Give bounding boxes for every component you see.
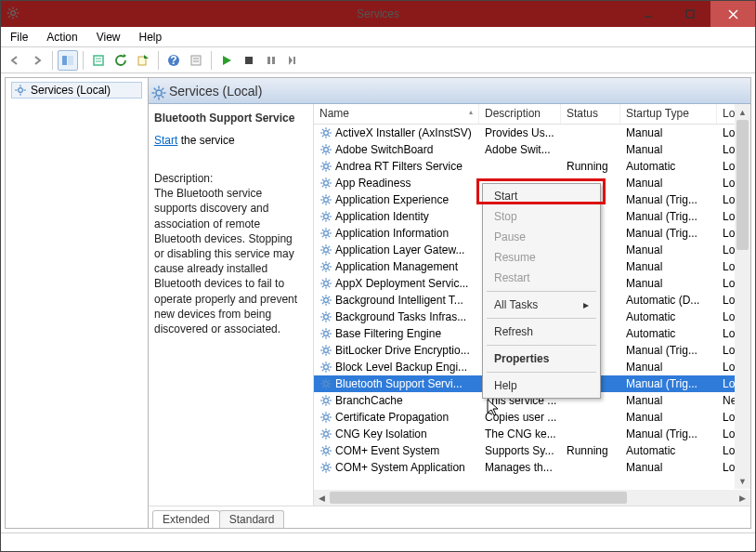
col-status[interactable]: Status: [561, 104, 620, 124]
maximize-button[interactable]: [669, 1, 710, 27]
start-link[interactable]: Start: [154, 134, 177, 147]
menu-action[interactable]: Action: [37, 28, 86, 46]
tab-extended[interactable]: Extended: [152, 510, 220, 528]
svg-point-42: [324, 131, 329, 136]
show-hide-tree-icon[interactable]: [58, 50, 78, 71]
titlebar[interactable]: Services: [1, 1, 755, 27]
svg-line-68: [328, 163, 330, 164]
service-type: Manual: [620, 176, 717, 191]
separator: [211, 51, 212, 70]
restart-service-icon[interactable]: [283, 50, 304, 71]
properties-icon[interactable]: [186, 50, 206, 71]
start-service-icon[interactable]: [216, 50, 237, 71]
scroll-thumb[interactable]: [736, 120, 749, 250]
scroll-track[interactable]: [330, 490, 735, 506]
svg-line-40: [154, 96, 156, 98]
tree-services-local[interactable]: Services (Local): [11, 82, 142, 99]
svg-line-8: [16, 8, 18, 10]
ctx-start[interactable]: Start: [485, 186, 598, 206]
service-row[interactable]: Adobe SwitchBoardAdobe Swit...ManualLoc: [314, 141, 750, 158]
service-name: Bluetooth Support Servi...: [335, 377, 463, 390]
ctx-refresh[interactable]: Refresh: [485, 322, 598, 342]
svg-line-194: [328, 397, 330, 399]
svg-point-159: [324, 348, 329, 353]
result-pane: Services (Local) Bluetooth Support Servi…: [148, 77, 751, 529]
service-row[interactable]: ActiveX Installer (AxInstSV)Provides Us.…: [314, 125, 750, 141]
col-name[interactable]: Name: [314, 104, 479, 124]
ctx-all-tasks[interactable]: All Tasks▸: [485, 295, 598, 315]
minimize-button[interactable]: [627, 1, 669, 27]
service-type: Manual (Trig...: [620, 427, 717, 441]
service-name: Background Intelligent T...: [335, 294, 463, 307]
service-name: Base Filtering Engine: [335, 327, 441, 340]
ctx-help[interactable]: Help: [485, 375, 598, 396]
stop-service-icon[interactable]: [239, 50, 259, 71]
svg-line-212: [328, 430, 330, 432]
service-type: Manual: [620, 393, 717, 408]
export-list-icon[interactable]: [88, 50, 109, 71]
service-status: [561, 416, 620, 418]
gear-icon: [319, 243, 332, 256]
scroll-left-icon[interactable]: ◀: [314, 490, 330, 506]
col-startup-type[interactable]: Startup Type: [620, 104, 717, 124]
ctx-all-tasks-label: All Tasks: [494, 298, 538, 311]
refresh-icon[interactable]: [111, 50, 131, 71]
svg-point-78: [324, 198, 329, 203]
export-icon[interactable]: [133, 50, 153, 71]
service-row[interactable]: CNG Key IsolationThe CNG ke...Manual (Tr…: [314, 426, 750, 442]
horizontal-scrollbar[interactable]: ◀ ▶: [314, 490, 750, 506]
service-row[interactable]: COM+ System ApplicationManages th...Manu…: [314, 459, 750, 476]
menu-view[interactable]: View: [87, 28, 130, 46]
menu-help[interactable]: Help: [130, 28, 172, 46]
service-name: COM+ System Application: [335, 461, 465, 474]
svg-line-156: [328, 335, 330, 337]
service-row[interactable]: COM+ Event SystemSupports Sy...RunningAu…: [314, 442, 750, 459]
gear-icon: [319, 327, 332, 340]
service-type: Manual: [620, 142, 717, 157]
ctx-stop: Stop: [485, 206, 598, 227]
svg-line-111: [328, 252, 330, 254]
forward-icon[interactable]: [27, 50, 47, 71]
scroll-down-icon[interactable]: ▼: [735, 473, 750, 489]
ctx-properties[interactable]: Properties: [485, 348, 598, 369]
vertical-scrollbar[interactable]: ▲ ▼: [735, 104, 750, 489]
back-icon[interactable]: [5, 50, 25, 71]
svg-point-51: [324, 148, 329, 152]
service-row[interactable]: Andrea RT Filters ServiceRunningAutomati…: [314, 158, 750, 175]
svg-line-219: [328, 453, 330, 454]
svg-line-66: [328, 168, 330, 170]
pause-service-icon[interactable]: [261, 50, 281, 71]
scroll-track[interactable]: [735, 120, 750, 473]
svg-line-129: [328, 285, 330, 287]
svg-line-39: [162, 96, 163, 98]
separator: [52, 51, 53, 70]
menu-file[interactable]: File: [1, 28, 37, 46]
svg-point-204: [324, 432, 329, 437]
detail-pane: Bluetooth Support Service Start the serv…: [149, 104, 314, 506]
close-button[interactable]: [710, 1, 755, 27]
svg-line-130: [322, 285, 324, 287]
tab-standard[interactable]: Standard: [219, 510, 285, 528]
gear-icon: [319, 143, 332, 156]
scroll-thumb[interactable]: [330, 492, 627, 504]
svg-line-95: [328, 213, 330, 215]
svg-line-202: [322, 419, 324, 421]
service-desc: [479, 165, 561, 167]
scroll-right-icon[interactable]: ▶: [735, 490, 750, 506]
service-name: BranchCache: [335, 394, 403, 407]
gear-icon: [319, 310, 332, 323]
svg-point-123: [324, 282, 329, 286]
view-tabs: Extended Standard: [149, 506, 750, 528]
svg-line-59: [328, 146, 330, 148]
column-headers[interactable]: Name Description Status Startup Type Log: [314, 104, 750, 125]
service-status: Running: [561, 443, 620, 458]
service-row[interactable]: Certificate PropagationCopies user ...Ma…: [314, 409, 750, 426]
svg-point-87: [324, 215, 329, 219]
service-name: Application Information: [335, 227, 449, 240]
help-icon[interactable]: ?: [163, 50, 184, 71]
col-description[interactable]: Description: [479, 104, 561, 124]
service-name: Block Level Backup Engi...: [335, 361, 467, 374]
service-type: Manual: [620, 360, 717, 375]
scroll-up-icon[interactable]: ▲: [735, 104, 750, 120]
console-tree[interactable]: Services (Local): [5, 77, 149, 529]
